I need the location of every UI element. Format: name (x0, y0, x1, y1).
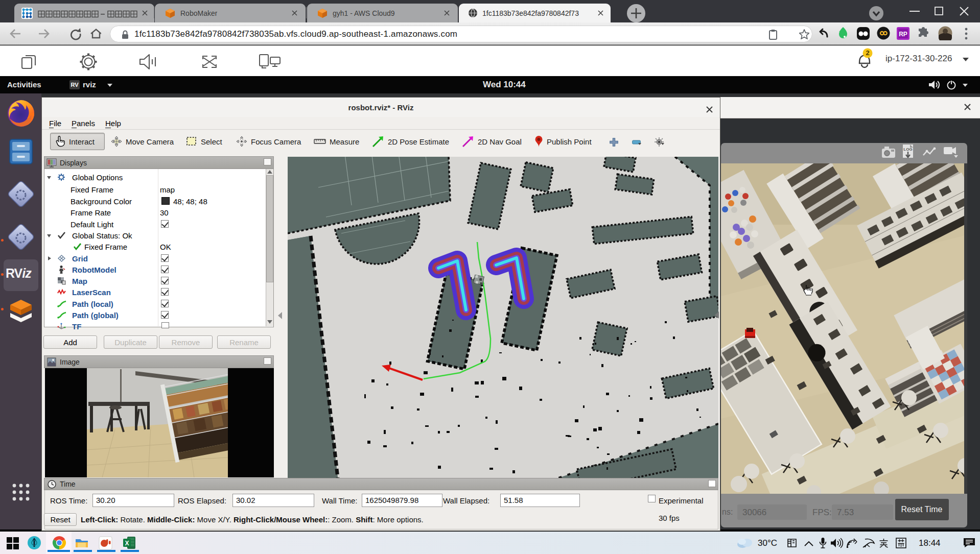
svg-text:FPS:: FPS: (812, 508, 832, 517)
svg-text:30066: 30066 (742, 508, 766, 517)
svg-text:X: X (125, 540, 129, 547)
svg-text:2: 2 (866, 49, 869, 57)
svg-text:7.53: 7.53 (837, 508, 854, 517)
svg-text:ns:: ns: (722, 508, 733, 516)
svg-text:Reset Time: Reset Time (901, 505, 943, 514)
svg-text:LOG: LOG (903, 147, 912, 152)
svg-text:RP: RP (899, 31, 907, 38)
svg-text:RV: RV (71, 82, 79, 88)
